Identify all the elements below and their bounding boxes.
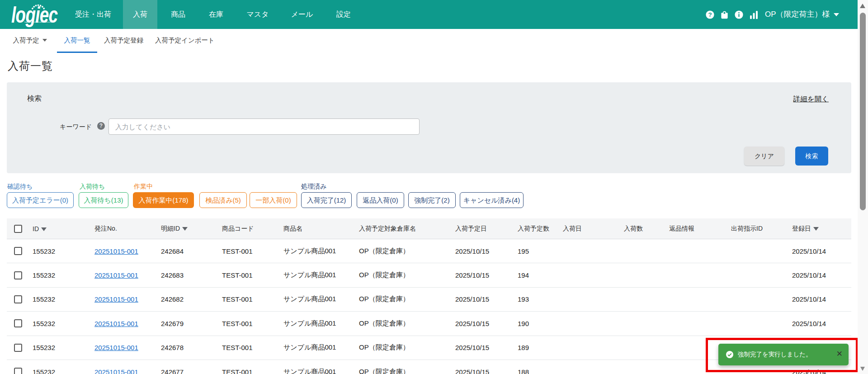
svg-text:?: ? bbox=[708, 11, 712, 18]
svg-text:logiec: logiec bbox=[11, 2, 58, 28]
svg-text:logistics & information connec: logistics & information connector bbox=[24, 21, 53, 23]
